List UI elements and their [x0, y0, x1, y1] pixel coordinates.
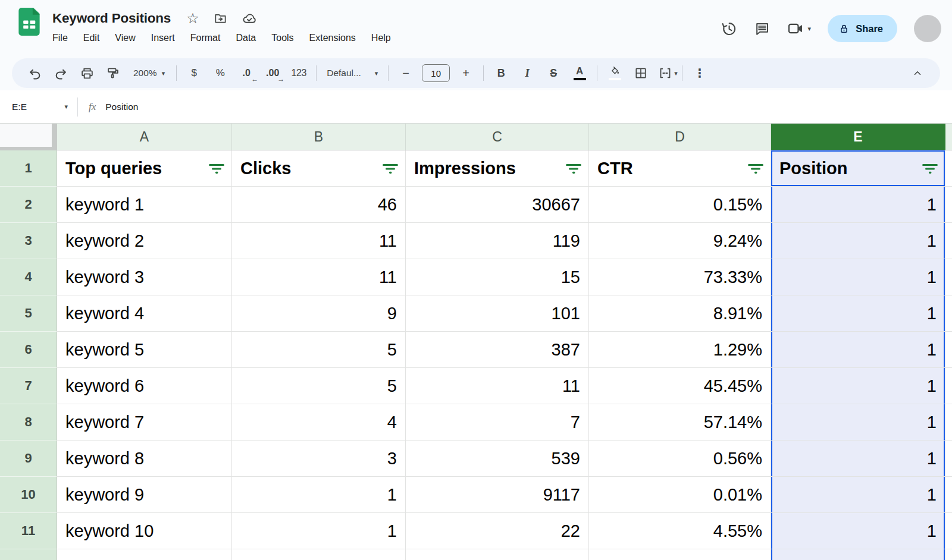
- row-header[interactable]: 3: [0, 223, 57, 259]
- row-header[interactable]: 9: [0, 441, 57, 477]
- cell-f-sliver[interactable]: [945, 259, 952, 295]
- undo-button[interactable]: [21, 61, 48, 85]
- decrease-font-size-button[interactable]: −: [393, 61, 419, 85]
- number-format-button[interactable]: 123: [286, 61, 312, 85]
- cell-clicks[interactable]: 9: [232, 295, 406, 332]
- filter-icon[interactable]: [383, 162, 398, 175]
- menu-item-help[interactable]: Help: [371, 33, 391, 43]
- cell-position[interactable]: 1: [771, 187, 945, 223]
- cell-ctr[interactable]: 45.45%: [589, 368, 771, 404]
- cell-clicks[interactable]: 4: [232, 404, 406, 441]
- cell-f-sliver[interactable]: [945, 332, 952, 368]
- cell-f-sliver[interactable]: [945, 441, 952, 477]
- column-header-f-sliver[interactable]: [945, 124, 952, 150]
- cell-clicks[interactable]: 11: [232, 223, 406, 259]
- cell-clicks[interactable]: 1: [232, 513, 406, 549]
- zoom-control[interactable]: 200% ▾: [126, 68, 172, 78]
- cell-f-sliver[interactable]: [945, 368, 952, 404]
- row-header[interactable]: 10: [0, 477, 57, 513]
- cell-ctr[interactable]: 0.56%: [589, 441, 771, 477]
- text-color-button[interactable]: A: [566, 61, 593, 85]
- cell-ctr[interactable]: 73.33%: [589, 259, 771, 295]
- cell-e1-position-active[interactable]: Position: [771, 150, 945, 187]
- menu-item-file[interactable]: File: [52, 33, 68, 43]
- video-camera-icon[interactable]: [787, 20, 804, 37]
- cell-position[interactable]: 1: [771, 223, 945, 259]
- percent-format-button[interactable]: %: [207, 61, 233, 85]
- cell-impressions[interactable]: 119: [406, 223, 589, 259]
- formula-input[interactable]: Position: [105, 102, 138, 112]
- cell-impressions[interactable]: 101: [406, 295, 589, 332]
- select-all-corner[interactable]: [0, 124, 57, 150]
- cell-impressions[interactable]: 539: [406, 441, 589, 477]
- cell-position[interactable]: 1: [771, 404, 945, 441]
- chevron-down-icon[interactable]: ▾: [808, 26, 812, 32]
- menu-item-edit[interactable]: Edit: [83, 33, 100, 43]
- cell-c1-impressions[interactable]: Impressions: [406, 150, 589, 187]
- cell-ctr[interactable]: 9.24%: [589, 223, 771, 259]
- share-button[interactable]: Share: [828, 15, 897, 42]
- cell-clicks[interactable]: 46: [232, 187, 406, 223]
- cell-f-sliver[interactable]: [945, 187, 952, 223]
- borders-button[interactable]: [628, 61, 654, 85]
- print-button[interactable]: [74, 61, 100, 85]
- column-header-a[interactable]: A: [57, 124, 232, 150]
- decrease-decimal-button[interactable]: .0 ←: [233, 61, 259, 85]
- menu-item-view[interactable]: View: [115, 33, 135, 43]
- menu-item-data[interactable]: Data: [236, 33, 256, 43]
- star-icon[interactable]: ☆: [186, 11, 199, 26]
- cell-ctr[interactable]: 57.14%: [589, 404, 771, 441]
- name-box[interactable]: E:E ▾: [0, 102, 73, 112]
- menu-item-tools[interactable]: Tools: [271, 33, 293, 43]
- cell-position[interactable]: 1: [771, 513, 945, 549]
- column-header-b[interactable]: B: [232, 124, 406, 150]
- filter-icon[interactable]: [748, 162, 763, 175]
- cell-query[interactable]: [57, 549, 232, 560]
- cell-clicks[interactable]: 11: [232, 259, 406, 295]
- cell-query[interactable]: keyword 6: [57, 368, 232, 404]
- cell-f-sliver[interactable]: [945, 150, 952, 187]
- font-size-input[interactable]: 10: [422, 64, 450, 82]
- cell-query[interactable]: keyword 3: [57, 259, 232, 295]
- document-title[interactable]: Keyword Positions: [52, 11, 171, 26]
- filter-icon[interactable]: [922, 162, 938, 175]
- column-header-e-selected[interactable]: E: [771, 124, 945, 150]
- row-header[interactable]: [0, 549, 57, 560]
- hide-menus-button[interactable]: [904, 61, 931, 85]
- fill-color-button[interactable]: [602, 61, 628, 85]
- cell-ctr[interactable]: 0.01%: [589, 477, 771, 513]
- column-header-c[interactable]: C: [406, 124, 589, 150]
- account-avatar[interactable]: [914, 15, 941, 42]
- cell-ctr[interactable]: 0.15%: [589, 187, 771, 223]
- menu-item-insert[interactable]: Insert: [151, 33, 175, 43]
- cell-f-sliver[interactable]: [945, 404, 952, 441]
- cell-query[interactable]: keyword 7: [57, 404, 232, 441]
- cell-clicks[interactable]: [232, 549, 406, 560]
- cell-ctr[interactable]: 8.91%: [589, 295, 771, 332]
- column-header-d[interactable]: D: [589, 124, 771, 150]
- cell-position[interactable]: 1: [771, 259, 945, 295]
- cell-query[interactable]: keyword 9: [57, 477, 232, 513]
- version-history-icon[interactable]: [721, 20, 737, 37]
- cell-query[interactable]: keyword 8: [57, 441, 232, 477]
- cell-query[interactable]: keyword 5: [57, 332, 232, 368]
- cell-impressions[interactable]: 15: [406, 259, 589, 295]
- menu-item-extensions[interactable]: Extensions: [309, 33, 356, 43]
- row-header[interactable]: 5: [0, 295, 57, 332]
- cell-ctr[interactable]: [589, 549, 771, 560]
- cell-clicks[interactable]: 3: [232, 441, 406, 477]
- redo-button[interactable]: [48, 61, 74, 85]
- cell-impressions[interactable]: [406, 549, 589, 560]
- cell-position[interactable]: 1: [771, 332, 945, 368]
- cell-impressions[interactable]: 387: [406, 332, 589, 368]
- comments-icon[interactable]: [754, 21, 770, 37]
- row-header[interactable]: 7: [0, 368, 57, 404]
- row-header[interactable]: 11: [0, 513, 57, 549]
- cell-a1-top-queries[interactable]: Top queries: [57, 150, 232, 187]
- cell-query[interactable]: keyword 4: [57, 295, 232, 332]
- strikethrough-button[interactable]: S: [540, 61, 566, 85]
- row-header[interactable]: 2: [0, 187, 57, 223]
- cell-f-sliver[interactable]: [945, 223, 952, 259]
- row-header[interactable]: 8: [0, 404, 57, 441]
- cell-position[interactable]: 1: [771, 295, 945, 332]
